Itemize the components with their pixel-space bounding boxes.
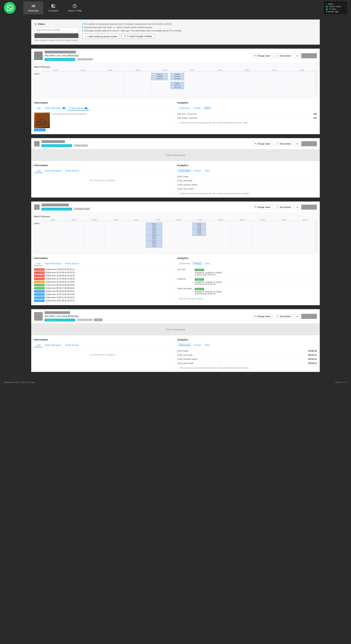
log-entries-3: 07-02-2015 Online from 18:40:53 till 18:… (34, 268, 174, 302)
import-google-button[interactable]: ↻ ↻ Import Google Contacts (122, 34, 155, 39)
timeline-scroll-1 (315, 69, 317, 96)
change-name-btn-4[interactable]: ✏ Change name (252, 314, 272, 319)
log-date-3-4: 07-02-2015 (34, 278, 45, 280)
click-to-load-2[interactable]: Click to load data (32, 149, 320, 161)
nav-compare[interactable]: Compare (43, 1, 63, 14)
analytics-warning-2: ⚠ These times are inaccurate when the us… (177, 192, 317, 195)
timeline-3: Wed 4 February Status 18:30 18:40 18:50 … (32, 212, 320, 254)
info-tab-logo-1[interactable]: Logo (34, 106, 43, 110)
privacy-detail-3-2: changed to 'contacts or nobody'at 05-02-… (195, 281, 317, 285)
more-btn-3[interactable]: + (295, 204, 300, 210)
info-tab-status-4[interactable]: Status Messages (43, 343, 63, 347)
more-btn-4[interactable]: + (295, 314, 300, 319)
info-tab-logs-3[interactable]: Logs (34, 262, 43, 266)
analytics-tab-online-2[interactable]: Online time (177, 169, 192, 172)
analytics-tab-online-4[interactable]: Online time (177, 343, 192, 347)
profile-pic-img-1 (34, 112, 50, 128)
info-tab-profile-2[interactable]: Profile pictures (63, 169, 81, 173)
set-inactive-btn-2[interactable]: 🕐 Set inactive (274, 142, 293, 146)
warning-icon-1: ⚠ (177, 122, 179, 124)
log-text-3-6: Online from 09:44:20 till 09:44:25 (46, 284, 74, 286)
analytics-tab-stats-2[interactable]: Stats (203, 169, 212, 172)
info-line-1: ℹ The system is checking all statuses fr… (82, 23, 316, 25)
contact-info-1: Hey there! I am using WhatsApp. Tracking… (45, 51, 250, 61)
info-text-1: The system is checking all statuses from… (84, 23, 172, 25)
contact-avatar-2 (34, 141, 40, 146)
log-entry-3-7: 05-02-2015 Online from 09:43:27 till 09:… (34, 287, 174, 290)
t3-9: 20:00 (231, 219, 252, 221)
info-tab-status-2[interactable]: Status Messages (43, 169, 63, 173)
analytics-section-1: Analytics Online time Privacy Stats (7d)… (174, 101, 317, 131)
gray-block-2 (301, 141, 317, 146)
info-tab-profile-1[interactable]: Profile pictures 1 (67, 106, 90, 110)
analytics-value-4-4: 00:54:11 (308, 362, 317, 364)
privacy-label-3-1: Last seen (177, 268, 193, 270)
information-title-1: Information (34, 101, 174, 104)
analytics-tab-privacy-2[interactable]: Privacy (192, 169, 203, 172)
t3-0: 18:30 (42, 219, 63, 221)
log-entry-3-6: 05-02-2015 Online from 09:44:20 till 09:… (34, 284, 174, 287)
info-tab-profile-3[interactable]: Profile pictures (63, 262, 81, 266)
change-name-btn-1[interactable]: ✏ Change name (252, 54, 272, 58)
tracking-badge-3: Tracking since 01-02-2015 13:23:13 (42, 208, 72, 210)
more-btn-2[interactable]: + (295, 141, 300, 146)
set-inactive-btn-1[interactable]: 🕐 Set inactive (274, 54, 293, 58)
analytics-tab-stats-3[interactable]: Stats (203, 262, 212, 266)
log-text-3-9: Online from 19:57:12 till 19:57:48 (46, 293, 74, 296)
timeline-track-area-3: 18:30 18:40 18:50 19:00 19:10 19:20 19:3… (42, 219, 315, 251)
contact-header-2: Tracking since 01-02-2015 13:24:41 2 sta… (32, 138, 320, 149)
analytics-label-1-2: (7d) Online moments (177, 117, 197, 119)
more-btn-1[interactable]: + (295, 53, 300, 58)
import-label: ↻ Import Google Contacts (127, 35, 152, 38)
log-date-3-9: 04-02-2015 (34, 293, 45, 296)
set-inactive-btn-4[interactable]: 🕐 Set inactive (274, 314, 293, 319)
ob3-4: Online19:3019:35 (146, 240, 162, 248)
compare-label: Compare (48, 9, 58, 12)
compare-icon (51, 4, 56, 8)
analytics-tab-online-3[interactable]: Online time (177, 262, 192, 266)
t3-1: 18:40 (63, 219, 84, 221)
timeline-container-3: Status 18:30 18:40 18:50 19:00 19:10 19:… (34, 219, 317, 251)
footer-left: WhatsApp Public | Proof of Concept (4, 381, 35, 384)
contact-badges-2: Tracking since 01-02-2015 13:24:41 2 sta… (42, 144, 250, 147)
info-tab-profile-4[interactable]: Profile pictures (63, 343, 81, 347)
analytics-tab-stats-1[interactable]: Stats (203, 106, 212, 110)
analytics-tab-privacy-3[interactable]: Privacy (192, 262, 203, 266)
info-tab-logo-2[interactable]: Logo (34, 169, 43, 173)
search-input[interactable] (34, 28, 78, 32)
list-icon (31, 4, 36, 8)
analytics-value-1-2: 167 (313, 117, 317, 119)
contact-badges-1: Tracking since 01-02-2015 13:33:14 336 s… (45, 58, 250, 61)
analytics-tab-privacy-1[interactable]: Privacy (192, 106, 203, 110)
contact-card-3: Tracking since 01-02-2015 13:23:13 116 s… (31, 202, 320, 305)
change-name-label-3: Change name (257, 206, 270, 208)
t1-3: 20:35 (124, 69, 151, 71)
privacy-detail-3-3: changed to 'contacts or nobody'at 05-02-… (195, 290, 317, 295)
analytics-tab-stats-4[interactable]: Stats (203, 343, 212, 347)
set-inactive-label-1: Set inactive (280, 54, 291, 57)
nav-overview[interactable]: Overview (24, 1, 43, 14)
t3-12: 20:30 (294, 219, 315, 221)
info-tab-status-3[interactable]: Status Messages (43, 262, 63, 266)
click-to-load-4[interactable]: Click to load data (32, 324, 320, 335)
log-date-3-3: 07-02-2015 (34, 274, 45, 277)
analytics-tab-privacy-4[interactable]: Privacy (192, 343, 203, 347)
online-block-1-3: Online20:47:1320:47:13 (170, 82, 184, 89)
change-name-btn-2[interactable]: ✏ Change name (252, 142, 272, 146)
change-name-label-2: Change name (257, 142, 270, 145)
help-icon (72, 4, 77, 8)
change-name-btn-3[interactable]: ✏ Change name (252, 205, 272, 209)
set-inactive-btn-3[interactable]: 🕐 Set inactive (274, 205, 293, 209)
contact-info-2: Tracking since 01-02-2015 13:24:41 2 sta… (42, 140, 250, 147)
nav-help[interactable]: About / Help (63, 1, 86, 14)
t1-5: 20:45 (178, 69, 206, 71)
add-contact-button[interactable]: + + Add contact by phone number (82, 34, 120, 39)
warning-text-1: These times are inaccurate when the user… (180, 122, 248, 124)
contact-status-msg-4: Hey there! I am using WhatsApp. (45, 315, 250, 318)
info-tab-status-1[interactable]: Status Messages 8 (43, 106, 67, 110)
information-title-4: Information (34, 338, 174, 341)
analytics-tab-online-1[interactable]: Online time (177, 106, 192, 110)
analytics-title-4: Analytics (177, 338, 317, 341)
t3-7: 19:40 (189, 219, 210, 221)
info-tab-logo-4[interactable]: Logo (34, 343, 43, 347)
